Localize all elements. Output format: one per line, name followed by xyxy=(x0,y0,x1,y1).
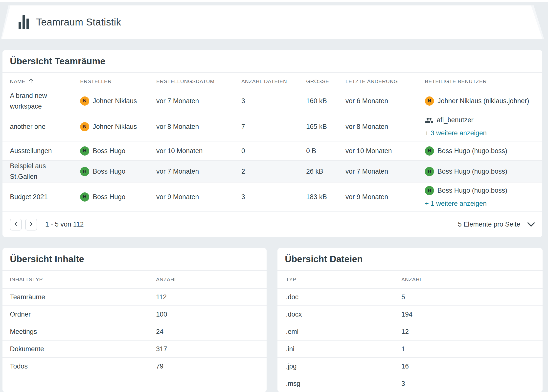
files-title: Übersicht Dateien xyxy=(285,254,363,264)
avatar: H xyxy=(425,186,434,195)
creator-cell: N Johner Niklaus xyxy=(80,96,156,106)
room-name: A brand new workspace xyxy=(10,91,80,112)
teamrooms-card: Übersicht Teamräume NAME ERSTELLER ERSTE… xyxy=(2,50,542,237)
created-cell: vor 10 Monaten xyxy=(156,146,241,156)
contents-title: Übersicht Inhalte xyxy=(10,254,84,264)
participants-cell: afi_benutzer + 3 weitere anzeigen xyxy=(425,115,542,138)
page-title: Teamraum Statistik xyxy=(36,17,121,28)
teamrooms-title: Übersicht Teamräume xyxy=(10,56,105,67)
sort-ascending-icon[interactable] xyxy=(28,77,34,85)
column-header-participants[interactable]: BETEILIGTE BENUTZER xyxy=(425,78,542,84)
modified-cell: vor 9 Monaten xyxy=(345,192,425,202)
table-row[interactable]: another one N Johner Niklaus vor 8 Monat… xyxy=(2,112,542,141)
files-card-header: Übersicht Dateien xyxy=(277,248,543,271)
modified-cell: vor 8 Monaten xyxy=(345,121,425,132)
chevron-down-icon xyxy=(527,222,535,227)
top-edge-strip xyxy=(0,0,548,2)
list-item: Teamräume 112 xyxy=(2,288,267,305)
avatar: H xyxy=(80,192,89,202)
modified-cell: vor 7 Monaten xyxy=(345,166,425,177)
room-name: Ausstellungen xyxy=(10,146,80,156)
list-item: .ini 1 xyxy=(277,340,543,357)
modified-cell: vor 6 Monaten xyxy=(345,96,425,106)
chevron-right-icon xyxy=(28,221,34,228)
table-row[interactable]: Ausstellungen H Boss Hugo vor 10 Monaten… xyxy=(2,141,542,160)
column-header-content-type: INHALTSTYP xyxy=(10,277,156,282)
list-item: .doc 5 xyxy=(277,288,543,305)
avatar: H xyxy=(80,146,89,156)
participants-cell: H Boss Hugo (hugo.boss) xyxy=(425,166,542,177)
modified-cell: vor 10 Monaten xyxy=(345,146,425,156)
file-count-cell: 3 xyxy=(241,96,306,106)
table-row[interactable]: A brand new workspace N Johner Niklaus v… xyxy=(2,90,542,112)
list-item: Ordner 100 xyxy=(2,305,267,323)
contents-card-header: Übersicht Inhalte xyxy=(2,248,267,271)
header-tab: Teamraum Statistik xyxy=(2,5,542,39)
group-icon xyxy=(425,116,433,124)
page-size-label: 5 Elemente pro Seite xyxy=(458,221,520,228)
list-item: Todos 79 xyxy=(2,357,267,375)
column-header-name[interactable]: NAME xyxy=(10,77,80,85)
creator-cell: H Boss Hugo xyxy=(80,192,156,202)
room-name: another one xyxy=(10,121,80,132)
list-item: .msg 3 xyxy=(277,375,543,392)
column-header-count: ANZAHL xyxy=(401,277,543,282)
contents-table-header: INHALTSTYP ANZAHL xyxy=(2,271,267,288)
list-item: .eml 12 xyxy=(277,323,543,340)
size-cell: 165 kB xyxy=(306,121,345,132)
chevron-left-icon xyxy=(13,221,19,228)
next-page-button[interactable] xyxy=(25,219,37,231)
previous-page-button[interactable] xyxy=(10,219,22,231)
page-size-selector[interactable]: 5 Elemente pro Seite xyxy=(458,221,535,228)
creator-cell: H Boss Hugo xyxy=(80,166,156,177)
bar-chart-icon xyxy=(19,15,29,29)
column-header-file-count[interactable]: ANZAHL DATEIEN xyxy=(241,78,306,84)
contents-card: Übersicht Inhalte INHALTSTYP ANZAHL Team… xyxy=(2,248,267,392)
column-header-count: ANZAHL xyxy=(156,277,267,282)
column-header-file-type: TYP xyxy=(286,277,401,282)
size-cell: 0 B xyxy=(306,146,345,156)
participants-cell: H Boss Hugo (hugo.boss) xyxy=(425,146,542,156)
file-count-cell: 3 xyxy=(241,192,306,202)
teamrooms-table-header: NAME ERSTELLER ERSTELLUNGSDATUM ANZAHL D… xyxy=(2,73,542,90)
pagination-range: 1 - 5 von 112 xyxy=(45,221,84,228)
files-table-header: TYP ANZAHL xyxy=(277,271,543,288)
column-header-created[interactable]: ERSTELLUNGSDATUM xyxy=(156,78,241,84)
size-cell: 183 kB xyxy=(306,192,345,202)
list-item: .jpg 16 xyxy=(277,357,543,375)
creator-cell: N Johner Niklaus xyxy=(80,121,156,132)
avatar: H xyxy=(425,167,434,176)
avatar: N xyxy=(80,122,89,131)
created-cell: vor 9 Monaten xyxy=(156,192,241,202)
show-more-users-link[interactable]: + 3 weitere anzeigen xyxy=(425,128,536,138)
column-header-size[interactable]: GRÖSSE xyxy=(306,78,345,84)
avatar: N xyxy=(425,96,434,106)
files-card: Übersicht Dateien TYP ANZAHL .doc 5 .doc… xyxy=(277,248,543,392)
table-row[interactable]: Beispiel aus St.Gallen H Boss Hugo vor 7… xyxy=(2,160,542,182)
file-count-cell: 2 xyxy=(241,166,306,177)
room-name: Beispiel aus St.Gallen xyxy=(10,161,80,182)
participants-cell: H Boss Hugo (hugo.boss) + 1 weitere anze… xyxy=(425,185,542,209)
file-count-cell: 7 xyxy=(241,121,306,132)
show-more-users-link[interactable]: + 1 weitere anzeigen xyxy=(425,198,536,209)
column-header-creator[interactable]: ERSTELLER xyxy=(80,78,156,84)
size-cell: 160 kB xyxy=(306,96,345,106)
created-cell: vor 7 Monaten xyxy=(156,166,241,177)
list-item: Meetings 24 xyxy=(2,323,267,340)
file-count-cell: 0 xyxy=(241,146,306,156)
list-item: .docx 194 xyxy=(277,305,543,323)
size-cell: 26 kB xyxy=(306,166,345,177)
created-cell: vor 8 Monaten xyxy=(156,121,241,132)
avatar: N xyxy=(80,96,89,106)
list-item: Dokumente 317 xyxy=(2,340,267,357)
creator-cell: H Boss Hugo xyxy=(80,146,156,156)
table-row[interactable]: Budget 2021 H Boss Hugo vor 9 Monaten 3 … xyxy=(2,182,542,211)
teamrooms-card-header: Übersicht Teamräume xyxy=(2,50,542,73)
column-header-last-modified[interactable]: LETZTE ÄNDERUNG xyxy=(345,78,425,84)
created-cell: vor 7 Monaten xyxy=(156,96,241,106)
pagination-bar: 1 - 5 von 112 5 Elemente pro Seite xyxy=(2,211,542,237)
avatar: H xyxy=(425,146,434,156)
avatar: H xyxy=(80,167,89,176)
participants-cell: N Johner Niklaus (niklaus.johner) xyxy=(425,96,542,106)
room-name: Budget 2021 xyxy=(10,192,80,202)
